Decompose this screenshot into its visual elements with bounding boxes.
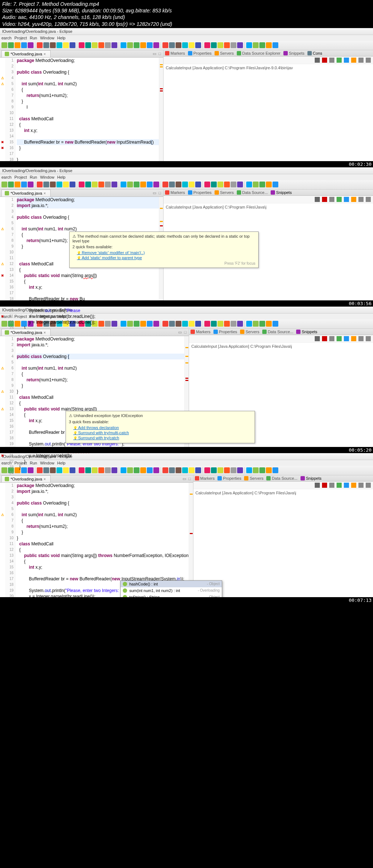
toolbar-button-1[interactable] [8, 42, 14, 48]
line-marker[interactable]: ⚠ [0, 512, 5, 518]
code-line[interactable]: { [17, 400, 184, 406]
console-toolbar-button-5[interactable] [351, 483, 356, 488]
code-line[interactable]: { [17, 87, 159, 93]
console-toolbar-button-2[interactable] [329, 336, 334, 341]
code-line[interactable]: { [17, 518, 189, 523]
code-line[interactable]: public class Overloading { [17, 214, 159, 220]
panel-tab-snippets[interactable]: Snippets [301, 476, 322, 480]
panel-tab-servers[interactable]: Servers [215, 51, 234, 55]
quickfix-link[interactable]: Surround with try/catch [73, 436, 252, 440]
toolbar-button-35[interactable] [246, 182, 252, 187]
console-toolbar-button-5[interactable] [351, 197, 356, 202]
toolbar-button-39[interactable] [272, 321, 278, 327]
toolbar-button-36[interactable] [253, 467, 259, 473]
close-icon[interactable]: × [44, 331, 47, 334]
toolbar-button-34[interactable] [237, 467, 243, 473]
toolbar-button-0[interactable] [1, 42, 7, 48]
toolbar-button-13[interactable] [92, 42, 98, 48]
toolbar-button-32[interactable] [224, 321, 230, 327]
code-line[interactable]: public class Overloading { [17, 354, 184, 359]
toolbar-button-0[interactable] [1, 182, 7, 187]
toolbar-button-38[interactable] [266, 182, 272, 187]
toolbar-button-28[interactable] [195, 182, 201, 187]
code-editor[interactable]: ⚠⚠✖✖12345678910111213141516171819package… [0, 58, 163, 167]
panel-tab-properties[interactable]: Properties [213, 330, 237, 334]
toolbar-button-11[interactable] [79, 42, 85, 48]
toolbar-button-31[interactable] [217, 467, 223, 473]
toolbar-button-3[interactable] [21, 42, 27, 48]
code-content[interactable]: package MethodOverloading;public class O… [15, 58, 159, 167]
toolbar-button-36[interactable] [253, 182, 259, 187]
toolbar-button-12[interactable] [85, 42, 91, 48]
toolbar-button-5[interactable] [37, 182, 43, 187]
console-toolbar-button-2[interactable] [329, 483, 334, 488]
editor-tab[interactable]: *Overloading.java× [1, 329, 51, 336]
toolbar-button-33[interactable] [231, 182, 236, 187]
code-line[interactable]: int sum(int num1, int num2) [17, 226, 159, 232]
quickfix-link[interactable]: Add 'static' modifier to parent type [77, 256, 255, 260]
console-toolbar-button-0[interactable] [315, 58, 320, 63]
autocomplete-item[interactable]: sum(int num1, int num2) : int - Overload… [121, 587, 222, 594]
code-line[interactable] [17, 494, 189, 500]
maximize-icon[interactable]: □ [158, 191, 161, 195]
console-toolbar-button-2[interactable] [329, 197, 334, 202]
console-toolbar-button-7[interactable] [366, 58, 371, 63]
panel-tab-servers[interactable]: Servers [240, 330, 259, 334]
menu-help[interactable]: Help [57, 175, 66, 179]
code-line[interactable]: x = Integer.parseInt(br.readLine()); [17, 314, 159, 319]
toolbar-button-38[interactable] [266, 42, 272, 48]
menu-project[interactable]: Project [15, 175, 27, 179]
toolbar-button-6[interactable] [43, 42, 49, 48]
panel-tab-servers[interactable]: Servers [244, 476, 263, 480]
toolbar-button-32[interactable] [224, 42, 230, 48]
toolbar-button-31[interactable] [217, 182, 223, 187]
console-toolbar-button-7[interactable] [366, 197, 371, 202]
toolbar-button-27[interactable] [189, 321, 195, 327]
panel-tab-cons[interactable]: Cons [307, 51, 322, 55]
code-line[interactable] [17, 209, 159, 214]
code-line[interactable]: y = Integer.parseInt(br [17, 453, 184, 459]
toolbar-button-16[interactable] [111, 42, 117, 48]
console-toolbar-button-6[interactable] [358, 58, 364, 63]
ruler-marker[interactable] [185, 356, 188, 357]
code-line[interactable]: System.out.println("Please [17, 308, 159, 314]
ruler-marker[interactable] [160, 208, 163, 209]
menu-window[interactable]: Window [40, 36, 54, 40]
panel-tab-snippets[interactable]: Snippets [271, 190, 292, 195]
toolbar-button-8[interactable] [56, 42, 62, 48]
console-toolbar-button-1[interactable] [322, 483, 327, 488]
panel-tab-markers[interactable]: Markers [191, 330, 211, 334]
console-toolbar-button-4[interactable] [344, 483, 349, 488]
toolbar-button-39[interactable] [272, 42, 278, 48]
line-marker[interactable]: ⚠ [0, 389, 5, 394]
toolbar-button-39[interactable] [272, 182, 278, 187]
code-line[interactable]: int sum(int num1, int num2) [17, 512, 189, 518]
toolbar-button-13[interactable] [92, 182, 98, 187]
console-toolbar-button-1[interactable] [322, 197, 327, 202]
toolbar-button-28[interactable] [195, 467, 201, 473]
toolbar-button-7[interactable] [50, 182, 56, 187]
toolbar-button-29[interactable] [204, 467, 210, 473]
code-line[interactable]: I [17, 104, 159, 110]
ruler-marker[interactable] [190, 494, 193, 495]
code-line[interactable]: { [17, 558, 189, 564]
line-marker[interactable]: ⚠ [0, 226, 5, 232]
toolbar-button-31[interactable] [217, 321, 223, 327]
toolbar-button-29[interactable] [204, 42, 210, 48]
console-toolbar-button-2[interactable] [329, 58, 334, 63]
quickfix-link[interactable]: Surround with try/multi-catch [73, 431, 252, 435]
toolbar-button-20[interactable] [140, 42, 146, 48]
menu-run[interactable]: Run [30, 175, 37, 179]
menu-project[interactable]: Project [15, 36, 27, 40]
line-marker[interactable]: ⚠ [0, 75, 5, 81]
line-marker[interactable]: ⚠ [0, 365, 5, 371]
console-toolbar-button-1[interactable] [322, 58, 327, 63]
toolbar-button-22[interactable] [153, 42, 159, 48]
toolbar-button-38[interactable] [266, 467, 272, 473]
menu-help[interactable]: Help [57, 36, 66, 40]
code-line[interactable]: BufferedReader br = new BufferedReader(n… [17, 139, 159, 145]
code-line[interactable]: return(num1+num2); [17, 377, 184, 383]
toolbar-button-28[interactable] [195, 42, 201, 48]
code-line[interactable] [17, 133, 159, 139]
quickfix-link[interactable]: Remove 'static' modifier of 'main'(..) [77, 250, 255, 255]
